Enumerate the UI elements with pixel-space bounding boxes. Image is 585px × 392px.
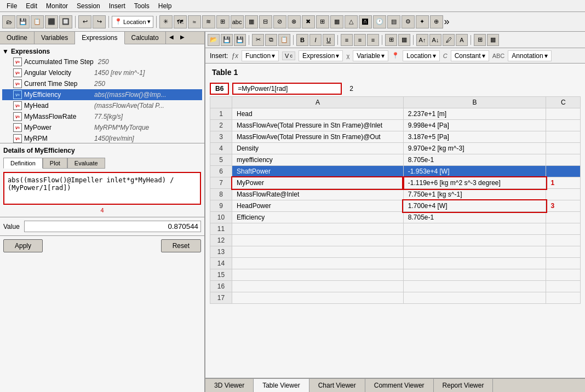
- fmt-align-left[interactable]: ≡: [341, 34, 353, 46]
- toolbar-btn-25[interactable]: ⊕: [430, 15, 443, 28]
- toolbar-btn-14[interactable]: ⊘: [273, 15, 286, 28]
- cell-b[interactable]: [403, 269, 546, 281]
- fmt-align-right[interactable]: ≡: [367, 34, 379, 46]
- toolbar-btn-3[interactable]: 📋: [31, 15, 44, 28]
- fmt-table2[interactable]: ▦: [487, 34, 499, 46]
- cell-b[interactable]: 9.970e+2 [kg m^-3]: [403, 143, 546, 154]
- menu-tools[interactable]: Tools: [130, 1, 154, 11]
- toolbar-btn-22[interactable]: ▤: [387, 15, 400, 28]
- fmt-italic[interactable]: I: [309, 34, 322, 46]
- toolbar-btn-19[interactable]: △: [345, 15, 358, 28]
- tab-arrow[interactable]: ◀: [166, 32, 177, 44]
- cell-c[interactable]: [546, 212, 581, 223]
- cell-a[interactable]: ShaftPower: [232, 166, 404, 177]
- tab-report-viewer[interactable]: Report Viewer: [434, 379, 494, 392]
- cell-c[interactable]: 1: [546, 177, 581, 189]
- cell-b[interactable]: [403, 292, 546, 304]
- toolbar-btn-12[interactable]: ▦: [245, 15, 258, 28]
- cell-b[interactable]: [403, 281, 546, 292]
- cell-c[interactable]: [546, 235, 581, 246]
- fmt-font-style[interactable]: 🖊: [443, 34, 455, 46]
- formula-box[interactable]: abs((massFlow()@Impeller inlet*g*MyHead)…: [3, 172, 201, 205]
- constant-dropdown[interactable]: Constant ▾: [451, 50, 489, 61]
- toolbar-btn-21[interactable]: 🕐: [373, 15, 386, 28]
- cell-b[interactable]: 3.187e+5 [Pa]: [403, 131, 546, 143]
- cell-a[interactable]: Efficiency: [232, 212, 404, 223]
- toolbar-btn-20[interactable]: 🅰: [359, 15, 372, 28]
- details-tab-evaluate[interactable]: Evaluate: [67, 158, 105, 169]
- tree-expand-icon[interactable]: ▼: [2, 48, 9, 55]
- toolbar-redo[interactable]: ↪: [93, 15, 106, 28]
- cell-b[interactable]: 1.700e+4 [W]: [403, 200, 546, 212]
- tree-item-accumulated[interactable]: Vc Accumulated Time Step 250: [2, 56, 202, 67]
- menu-edit[interactable]: Edit: [21, 1, 42, 11]
- toolbar-btn-2[interactable]: 💾: [16, 15, 30, 28]
- menu-file[interactable]: File: [2, 1, 21, 11]
- fmt-border[interactable]: ▦: [398, 34, 410, 46]
- cell-b[interactable]: -1.953e+4 [W]: [403, 166, 546, 177]
- cell-a[interactable]: MassFlowAve(Total Pressure in Stn Frame)…: [232, 131, 404, 143]
- menu-insert[interactable]: Insert: [105, 1, 130, 11]
- tree-item-mymassflowrate[interactable]: Vc MyMassFlowRate 77.5[kg/s]: [2, 111, 202, 122]
- cell-b[interactable]: [403, 235, 546, 246]
- cell-c[interactable]: [546, 258, 581, 269]
- cell-c[interactable]: 3: [546, 200, 581, 212]
- cell-a[interactable]: Head: [232, 108, 404, 120]
- cell-b[interactable]: [403, 223, 546, 235]
- cell-c[interactable]: [546, 143, 581, 154]
- cell-c[interactable]: [546, 281, 581, 292]
- function-dropdown[interactable]: Function ▾: [242, 50, 279, 61]
- cell-formula[interactable]: =MyPower/1[rad]: [232, 83, 342, 95]
- cell-a[interactable]: [232, 246, 404, 258]
- cell-a[interactable]: [232, 223, 404, 235]
- tab-outline[interactable]: Outline: [0, 32, 35, 44]
- cell-a[interactable]: myefficiency: [232, 154, 404, 166]
- tab-chart-viewer[interactable]: Chart Viewer: [309, 379, 365, 392]
- fmt-save[interactable]: 💾: [221, 34, 233, 46]
- cell-c[interactable]: [546, 120, 581, 131]
- apply-button[interactable]: Apply: [3, 239, 43, 252]
- cell-a[interactable]: MassFlowAve(Total Pressure in Stn Frame)…: [232, 120, 404, 131]
- tree-item-myrpm[interactable]: Vc MyRPM 1450[rev/min]: [2, 133, 202, 143]
- toolbar-btn-11[interactable]: abc: [231, 15, 244, 28]
- cell-c[interactable]: [546, 108, 581, 120]
- cell-b[interactable]: 2.237e+1 [m]: [403, 108, 546, 120]
- tree-item-currenttime[interactable]: Vc Current Time Step 250: [2, 78, 202, 89]
- fmt-open[interactable]: 📂: [208, 34, 220, 46]
- cell-c[interactable]: [546, 292, 581, 304]
- cell-b[interactable]: 9.998e+4 [Pa]: [403, 120, 546, 131]
- tab-calculato[interactable]: Calculato: [125, 32, 166, 44]
- fmt-table[interactable]: ⊞: [474, 34, 486, 46]
- cell-a[interactable]: MassFlowRate@Inlet: [232, 189, 404, 200]
- cell-a[interactable]: Density: [232, 143, 404, 154]
- tree-item-myefficiency[interactable]: Vc MyEfficiency abs((massFlow()@Imp...: [2, 89, 202, 100]
- toolbar-btn-23[interactable]: ⚙: [402, 15, 415, 28]
- fmt-merge[interactable]: ⊞: [385, 34, 397, 46]
- toolbar-undo[interactable]: ↩: [78, 15, 91, 28]
- fmt-color[interactable]: A: [456, 34, 468, 46]
- cell-c[interactable]: [546, 269, 581, 281]
- cell-a[interactable]: [232, 258, 404, 269]
- fmt-cut[interactable]: ✂: [252, 34, 264, 46]
- fmt-bold[interactable]: B: [296, 34, 308, 46]
- cell-a[interactable]: [232, 269, 404, 281]
- cell-c[interactable]: [546, 166, 581, 177]
- fmt-font-dn[interactable]: A↓: [429, 34, 441, 46]
- cell-c[interactable]: [546, 189, 581, 200]
- fmt-save2[interactable]: 💾: [234, 34, 246, 46]
- cell-ref[interactable]: B6: [210, 83, 229, 95]
- toolbar-btn-15[interactable]: ⊗: [288, 15, 301, 28]
- value-input[interactable]: [24, 221, 201, 232]
- toolbar-btn-24[interactable]: ✦: [416, 15, 429, 28]
- tab-variables[interactable]: Variables: [35, 32, 75, 44]
- toolbar-btn-16[interactable]: ✖: [302, 15, 315, 28]
- fmt-font-up[interactable]: A↑: [416, 34, 428, 46]
- toolbar-btn-13[interactable]: ⊟: [259, 15, 272, 28]
- cell-b[interactable]: 8.705e-1: [403, 154, 546, 166]
- fmt-copy[interactable]: ⧉: [265, 34, 277, 46]
- toolbar-btn-10[interactable]: ⊞: [216, 15, 230, 28]
- cell-c[interactable]: [546, 154, 581, 166]
- toolbar-btn-17[interactable]: ⊞: [316, 15, 329, 28]
- tab-3d-viewer[interactable]: 3D Viewer: [205, 379, 254, 392]
- tree-item-myhead[interactable]: Vc MyHead (massFlowAve(Total P...: [2, 100, 202, 111]
